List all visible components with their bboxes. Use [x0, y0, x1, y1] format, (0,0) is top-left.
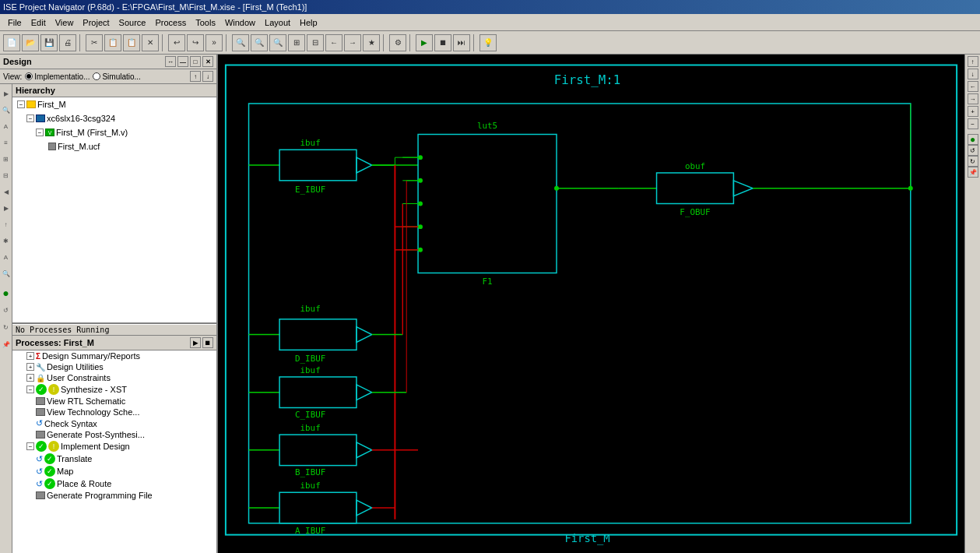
right-btn5[interactable]: +	[968, 106, 978, 117]
menu-project[interactable]: Project	[78, 16, 114, 29]
tb-step[interactable]: ⏭	[453, 34, 470, 51]
right-btn4[interactable]: →	[968, 93, 978, 104]
tb-back[interactable]: ←	[325, 34, 342, 51]
menu-layout[interactable]: Layout	[260, 16, 295, 29]
right-btn2[interactable]: ↓	[968, 69, 978, 79]
right-btn3[interactable]: ←	[968, 81, 978, 92]
tb-zoom-fit[interactable]: ⊞	[288, 34, 305, 51]
expand-utilities[interactable]: +	[26, 363, 34, 371]
view-tab-impl[interactable]: Implementatio...	[25, 72, 90, 81]
proc-implement[interactable]: − ✓ ! Implement Design	[12, 440, 216, 453]
proc-translate[interactable]: ↺ ✓ Translate	[12, 453, 216, 465]
side-icon-2[interactable]: 🔍	[1, 102, 12, 118]
tb-bookmark[interactable]: ★	[363, 34, 380, 51]
view-tab-sim[interactable]: Simulatio...	[93, 72, 140, 81]
design-btn-min[interactable]: —	[177, 56, 188, 67]
svg-marker-39	[357, 385, 372, 400]
tb-paste[interactable]: 📋	[123, 34, 140, 51]
expand-chip[interactable]: −	[26, 114, 34, 122]
tb-zoom-in[interactable]: 🔍	[251, 34, 268, 51]
design-btn-close[interactable]: ✕	[202, 56, 213, 67]
radio-impl[interactable]	[25, 72, 33, 80]
proc-generate-post[interactable]: Generate Post-Synthesi...	[12, 429, 216, 440]
menu-window[interactable]: Window	[220, 16, 260, 29]
proc-gen-prog[interactable]: Generate Programming File	[12, 490, 216, 501]
side-icon-arrow-up[interactable]: ↑	[1, 217, 12, 232]
side-icon-pin[interactable]: 📌	[1, 336, 12, 352]
tb-print[interactable]: 🖨	[59, 34, 76, 51]
side-icon-6[interactable]: ⊟	[1, 167, 12, 183]
side-icon-8[interactable]: ▶	[1, 200, 12, 216]
side-icon-1[interactable]: ▶	[1, 86, 12, 101]
side-icon-search[interactable]: 🔍	[1, 266, 12, 281]
proc-synthesize[interactable]: − ✓ ! Synthesize - XST	[12, 383, 216, 396]
proc-btn1[interactable]: ▶	[190, 337, 201, 348]
tb-new[interactable]: 📄	[3, 34, 20, 51]
proc-map[interactable]: ↺ ✓ Map	[12, 465, 216, 477]
view-btn2[interactable]: ↓	[202, 71, 213, 82]
tb-find[interactable]: 🔍	[232, 34, 249, 51]
tb-zoom-rect[interactable]: ⊟	[307, 34, 324, 51]
design-btn-max[interactable]: □	[190, 56, 201, 67]
right-green-btn[interactable]: ●	[968, 134, 978, 145]
tb-stop[interactable]: ⏹	[434, 34, 451, 51]
menu-view[interactable]: View	[51, 16, 79, 29]
proc-tech-schematic[interactable]: View Technology Sche...	[12, 407, 216, 417]
refresh-icon-map: ↺	[36, 467, 43, 477]
tb-more[interactable]: »	[205, 34, 223, 51]
expand-first-m[interactable]: −	[17, 100, 25, 108]
side-icon-5[interactable]: ⊞	[1, 151, 12, 167]
tb-delete[interactable]: ✕	[142, 34, 159, 51]
proc-check-syntax[interactable]: ↺ Check Syntax	[12, 417, 216, 429]
tb-run[interactable]: ▶	[416, 34, 433, 51]
expand-verilog[interactable]: −	[36, 129, 44, 136]
tree-item-verilog[interactable]: − V First_M (First_M.v)	[12, 125, 216, 139]
proc-rtl-schematic[interactable]: View RTL Schematic	[12, 396, 216, 407]
side-icon-green[interactable]: ●	[1, 285, 12, 301]
right-pin-btn[interactable]: 📌	[968, 167, 978, 178]
proc-btn2[interactable]: ⏹	[202, 337, 213, 348]
menu-source[interactable]: Source	[114, 16, 151, 29]
proc-place-route[interactable]: ↺ ✓ Place & Route	[12, 477, 216, 490]
proc-design-summary[interactable]: + Σ Design Summary/Reports	[12, 350, 216, 361]
menu-tools[interactable]: Tools	[191, 16, 220, 29]
tb-cut[interactable]: ✂	[86, 34, 103, 51]
proc-user-constraints[interactable]: + 🔒 User Constraints	[12, 372, 216, 383]
tb-redo[interactable]: ↪	[187, 34, 204, 51]
side-icon-4[interactable]: ≡	[1, 135, 12, 150]
design-btn-arrow[interactable]: ↔	[165, 56, 176, 67]
proc-design-utilities[interactable]: + 🔧 Design Utilities	[12, 361, 216, 372]
menu-edit[interactable]: Edit	[26, 16, 51, 29]
view-btn1[interactable]: ↑	[190, 71, 201, 82]
menu-process[interactable]: Process	[150, 16, 191, 29]
right-btn6[interactable]: −	[968, 118, 978, 129]
tb-save[interactable]: 💾	[40, 34, 58, 51]
tb-zoom-out[interactable]: 🔍	[269, 34, 286, 51]
expand-summary[interactable]: +	[26, 352, 34, 360]
proc-label-utilities: Design Utilities	[47, 362, 104, 372]
side-icon-refresh1[interactable]: ↺	[1, 302, 12, 318]
radio-sim[interactable]	[93, 72, 100, 80]
tb-properties[interactable]: ⚙	[389, 34, 406, 51]
tree-item-first-m[interactable]: − First_M	[12, 97, 216, 111]
side-icon-7[interactable]: ◀	[1, 184, 12, 199]
menu-file[interactable]: File	[3, 16, 26, 29]
expand-constraints[interactable]: +	[26, 374, 34, 382]
tree-item-ucf[interactable]: First_M.ucf	[12, 139, 216, 153]
side-icon-3[interactable]: A	[1, 118, 12, 134]
expand-implement[interactable]: −	[26, 442, 34, 450]
tree-item-chip[interactable]: − xc6slx16-3csg324	[12, 111, 216, 125]
tb-forward[interactable]: →	[344, 34, 361, 51]
right-scroll1[interactable]: ↺	[968, 145, 978, 156]
tb-copy[interactable]: 📋	[104, 34, 121, 51]
right-btn1[interactable]: ↑	[968, 56, 978, 67]
side-icon-refresh2[interactable]: ↻	[1, 319, 12, 335]
expand-synthesize[interactable]: −	[26, 386, 34, 393]
right-scroll2[interactable]: ↻	[968, 156, 978, 167]
side-icon-9[interactable]: ✱	[1, 233, 12, 248]
tb-help[interactable]: 💡	[479, 34, 497, 51]
tb-open[interactable]: 📂	[22, 34, 39, 51]
tb-undo[interactable]: ↩	[168, 34, 185, 51]
menu-help[interactable]: Help	[295, 16, 322, 29]
side-icon-10[interactable]: A	[1, 249, 12, 265]
